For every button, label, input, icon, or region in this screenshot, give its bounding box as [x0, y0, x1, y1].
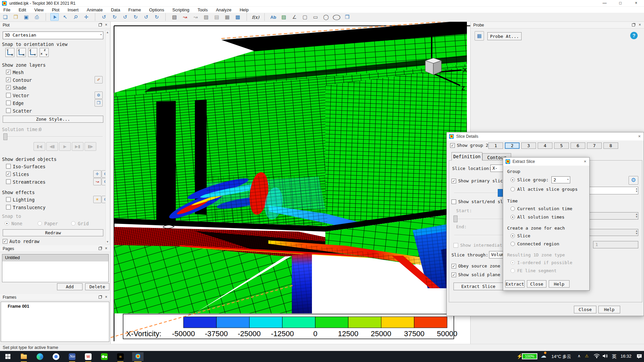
- start-button[interactable]: [3, 352, 12, 361]
- playback-prev-button[interactable]: ◀▮: [46, 142, 58, 151]
- taskbar-tecplot-active[interactable]: [132, 352, 144, 361]
- clock[interactable]: 16:32: [621, 354, 632, 359]
- extract-help-button[interactable]: Help: [549, 280, 570, 288]
- connected-region-radio[interactable]: [511, 242, 515, 246]
- spinner-arrows-icon[interactable]: ▲▼: [636, 187, 637, 193]
- group-8-button[interactable]: 8: [603, 142, 618, 149]
- rotate-xy-button[interactable]: ↻: [131, 13, 140, 21]
- save-file-button[interactable]: ▣: [22, 13, 31, 21]
- show-start-end-checkbox[interactable]: [451, 199, 456, 204]
- extract-button[interactable]: Extract: [505, 280, 525, 288]
- ellipse-tool-button[interactable]: ◯: [332, 13, 341, 21]
- slice-gear-button[interactable]: ⚙: [629, 176, 638, 185]
- wifi-icon[interactable]: [594, 354, 600, 360]
- scatter-checkbox[interactable]: [6, 108, 11, 113]
- playback-first-button[interactable]: ▮◀: [34, 142, 45, 151]
- extract-close-button[interactable]: Close: [527, 280, 546, 288]
- streamtrace-remove-button[interactable]: ↝: [192, 13, 200, 21]
- close-panel-icon[interactable]: ×: [105, 246, 107, 251]
- spinner-arrows-icon[interactable]: ▲▼: [636, 230, 637, 235]
- show-group-checkbox[interactable]: ✓: [450, 143, 455, 148]
- vector-checkbox[interactable]: [6, 93, 11, 98]
- delete-page-button[interactable]: Delete: [85, 283, 109, 290]
- fe-line-radio[interactable]: [511, 268, 515, 273]
- slice-group-dropdown[interactable]: 2 ▾: [551, 176, 570, 183]
- lighting-checkbox[interactable]: [6, 197, 11, 202]
- add-page-button[interactable]: Add: [57, 283, 83, 290]
- group-4-button[interactable]: 4: [538, 142, 552, 149]
- close-panel-icon[interactable]: ×: [105, 295, 107, 299]
- menu-scripting[interactable]: Scripting: [169, 7, 193, 13]
- iordered-radio[interactable]: ●: [511, 260, 515, 265]
- polyline-tool-button[interactable]: ∠: [290, 13, 299, 21]
- menu-plot[interactable]: Plot: [49, 7, 63, 13]
- rotate-rollerball-button[interactable]: ↺: [100, 13, 108, 21]
- menu-help[interactable]: Help: [236, 7, 252, 13]
- circle-tool-button[interactable]: ◯: [322, 13, 330, 21]
- plot-panel-scrollbar[interactable]: ▲ ▼: [105, 30, 110, 244]
- show-primary-slice-checkbox[interactable]: ✓: [451, 179, 456, 183]
- current-time-radio[interactable]: [511, 206, 515, 211]
- all-times-radio[interactable]: ●: [511, 215, 515, 219]
- edge-checkbox[interactable]: [6, 101, 11, 105]
- menu-tools[interactable]: Tools: [194, 7, 211, 13]
- taskbar-wechat[interactable]: [100, 352, 109, 361]
- orientation-yx-button[interactable]: Y X: [5, 48, 14, 57]
- plot-type-dropdown[interactable]: 3D Cartesian ▾: [3, 32, 103, 39]
- text-tool-button[interactable]: Ab: [269, 13, 277, 21]
- selector-tool-button[interactable]: ➤: [50, 13, 59, 21]
- tray-expand-icon[interactable]: ∧: [578, 354, 581, 358]
- translate-tool-button[interactable]: ✛: [82, 13, 91, 21]
- ime-indicator[interactable]: 英: [612, 354, 616, 360]
- print-button[interactable]: ⎙: [33, 13, 41, 21]
- contour-add-button[interactable]: ▨: [202, 13, 210, 21]
- orientation-xzy-button[interactable]: Z X Y: [40, 48, 49, 57]
- start-slider-handle[interactable]: [453, 216, 458, 222]
- snap-none-radio[interactable]: ●: [5, 221, 9, 226]
- menu-view[interactable]: View: [31, 7, 47, 13]
- show-solid-plane-checkbox[interactable]: ✓: [451, 273, 456, 277]
- primary-slice-slider-handle[interactable]: [498, 189, 503, 197]
- battery-indicator[interactable]: 100%: [522, 353, 537, 359]
- probe-at-button[interactable]: Probe At...: [487, 32, 522, 40]
- slice-through-dropdown[interactable]: Volume: [489, 251, 503, 258]
- orientation-zy-button[interactable]: Z Y: [28, 48, 37, 57]
- contour-checkbox[interactable]: ✓: [6, 77, 11, 82]
- snap-paper-radio[interactable]: [38, 221, 42, 226]
- zone-style-button[interactable]: Zone Style...: [3, 116, 103, 123]
- float-panel-icon[interactable]: [99, 296, 102, 299]
- slice-group-radio[interactable]: ●: [511, 178, 515, 182]
- fx-button[interactable]: f(x): [251, 13, 260, 21]
- menu-edit[interactable]: Edit: [15, 7, 29, 13]
- extract-slice-button[interactable]: Extract Slice: [453, 283, 503, 290]
- contour-details-button[interactable]: ✐: [95, 76, 103, 83]
- snap-grid-radio[interactable]: [71, 221, 75, 226]
- close-icon[interactable]: ×: [584, 159, 586, 164]
- contour-remove-button[interactable]: ▤: [213, 13, 221, 21]
- show-intermediate-checkbox[interactable]: [453, 243, 458, 248]
- new-file-button[interactable]: ❏: [1, 13, 9, 21]
- orientation-zx-button[interactable]: Z X: [17, 48, 26, 57]
- square-tool-button[interactable]: ▢: [301, 13, 309, 21]
- adjuster-tool-button[interactable]: ↖: [61, 13, 69, 21]
- plot-canvas[interactable]: Y X Z X-Vorticity: -50000 -37500 -25000 …: [111, 22, 470, 344]
- intermediate-count-field[interactable]: 1: [593, 241, 638, 248]
- streamtrace-add-button[interactable]: ↝: [181, 13, 189, 21]
- group-1-button[interactable]: 1: [488, 142, 503, 149]
- close-button[interactable]: ×: [628, 0, 644, 7]
- zone-3d-button[interactable]: ▧: [170, 13, 179, 21]
- playback-last-button[interactable]: ▮▶: [85, 142, 96, 151]
- group-3-button[interactable]: 3: [521, 142, 536, 149]
- slice-close-button[interactable]: Close: [574, 306, 596, 313]
- probe-grid-button[interactable]: ▦: [475, 31, 484, 41]
- playback-play-button[interactable]: ▶: [59, 142, 71, 151]
- close-icon[interactable]: ×: [638, 134, 641, 139]
- streamtrace-placement-button[interactable]: ↝: [93, 178, 101, 185]
- taskbar-edge[interactable]: [36, 352, 44, 361]
- frame-tool-button[interactable]: ❐: [343, 13, 351, 21]
- rotate-twist-button[interactable]: ↺: [121, 13, 129, 21]
- iso-surfaces-checkbox[interactable]: [6, 164, 11, 169]
- vector-details-button[interactable]: ⚙: [95, 92, 103, 99]
- group-2-button[interactable]: 2: [505, 142, 520, 149]
- menu-frame[interactable]: Frame: [125, 7, 145, 13]
